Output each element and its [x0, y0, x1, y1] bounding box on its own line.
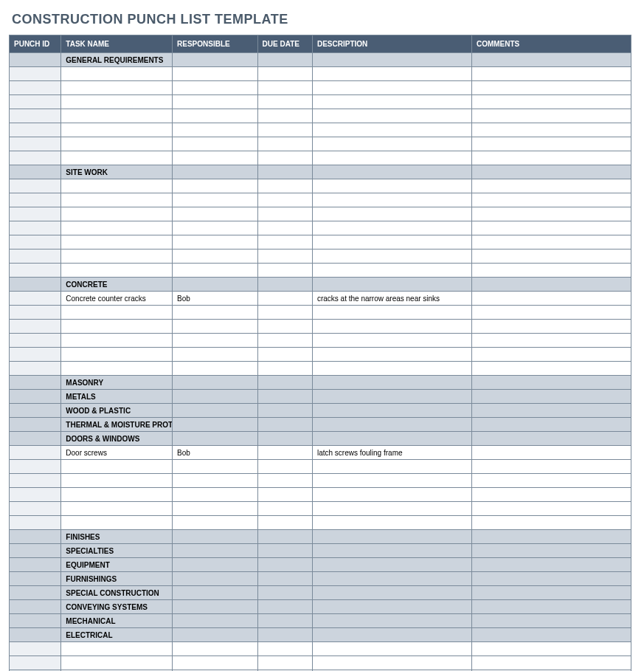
cell-task[interactable] [61, 334, 173, 348]
cell-resp[interactable] [173, 221, 258, 235]
cell-task[interactable]: WOOD & PLASTIC [61, 404, 173, 418]
cell-desc[interactable] [312, 376, 471, 390]
cell-id[interactable] [10, 544, 61, 558]
cell-resp[interactable] [173, 151, 258, 165]
cell-due[interactable] [257, 642, 312, 656]
cell-desc[interactable] [312, 151, 471, 165]
cell-resp[interactable] [173, 404, 258, 418]
cell-task[interactable] [61, 460, 173, 474]
cell-due[interactable] [257, 81, 312, 95]
cell-comm[interactable] [471, 628, 631, 642]
cell-id[interactable] [10, 235, 61, 250]
cell-resp[interactable] [173, 81, 258, 95]
cell-comm[interactable] [471, 334, 631, 348]
cell-desc[interactable] [312, 109, 471, 123]
cell-due[interactable] [257, 334, 312, 348]
cell-task[interactable] [61, 193, 173, 207]
cell-id[interactable] [10, 376, 61, 390]
cell-id[interactable] [10, 306, 61, 320]
cell-due[interactable] [257, 544, 312, 558]
cell-task[interactable] [61, 81, 173, 95]
cell-task[interactable] [61, 516, 173, 530]
cell-id[interactable] [10, 432, 61, 446]
cell-due[interactable] [257, 558, 312, 572]
cell-task[interactable]: Door screws [61, 446, 173, 460]
cell-id[interactable] [10, 264, 61, 278]
cell-comm[interactable] [471, 390, 631, 404]
cell-task[interactable] [61, 502, 173, 516]
cell-resp[interactable] [173, 348, 258, 362]
cell-comm[interactable] [471, 432, 631, 446]
cell-task[interactable]: FINISHES [61, 530, 173, 544]
cell-comm[interactable] [471, 558, 631, 572]
cell-comm[interactable] [471, 642, 631, 656]
cell-comm[interactable] [471, 292, 631, 306]
cell-due[interactable] [257, 474, 312, 488]
cell-id[interactable] [10, 446, 61, 460]
cell-comm[interactable] [471, 572, 631, 586]
cell-task[interactable]: SPECIALTIES [61, 544, 173, 558]
cell-due[interactable] [257, 446, 312, 460]
cell-task[interactable] [61, 179, 173, 193]
cell-comm[interactable] [471, 278, 631, 292]
cell-desc[interactable] [312, 432, 471, 446]
cell-desc[interactable] [312, 334, 471, 348]
cell-due[interactable] [257, 250, 312, 264]
cell-due[interactable] [257, 614, 312, 628]
cell-task[interactable] [61, 207, 173, 221]
cell-desc[interactable] [312, 362, 471, 376]
cell-due[interactable] [257, 109, 312, 123]
cell-desc[interactable] [312, 179, 471, 193]
cell-comm[interactable] [471, 95, 631, 109]
cell-resp[interactable] [173, 516, 258, 530]
cell-resp[interactable]: Bob [173, 446, 258, 460]
cell-task[interactable]: METALS [61, 390, 173, 404]
cell-comm[interactable] [471, 656, 631, 670]
cell-id[interactable] [10, 516, 61, 530]
cell-due[interactable] [257, 460, 312, 474]
cell-id[interactable] [10, 656, 61, 670]
cell-id[interactable] [10, 123, 61, 137]
cell-task[interactable]: GENERAL REQUIREMENTS [61, 53, 173, 67]
cell-desc[interactable]: cracks at the narrow areas near sinks [312, 292, 471, 306]
cell-id[interactable] [10, 165, 61, 179]
cell-due[interactable] [257, 656, 312, 670]
cell-due[interactable] [257, 67, 312, 81]
cell-comm[interactable] [471, 460, 631, 474]
cell-desc[interactable]: latch screws fouling frame [312, 446, 471, 460]
cell-resp[interactable] [173, 53, 258, 67]
cell-desc[interactable] [312, 137, 471, 151]
cell-due[interactable] [257, 530, 312, 544]
cell-desc[interactable] [312, 81, 471, 95]
cell-desc[interactable] [312, 502, 471, 516]
cell-resp[interactable] [173, 502, 258, 516]
cell-task[interactable] [61, 95, 173, 109]
cell-due[interactable] [257, 376, 312, 390]
cell-task[interactable]: SPECIAL CONSTRUCTION [61, 586, 173, 600]
cell-due[interactable] [257, 137, 312, 151]
cell-comm[interactable] [471, 250, 631, 264]
cell-desc[interactable] [312, 306, 471, 320]
cell-resp[interactable] [173, 306, 258, 320]
cell-resp[interactable] [173, 165, 258, 179]
cell-id[interactable] [10, 362, 61, 376]
cell-comm[interactable] [471, 123, 631, 137]
cell-resp[interactable] [173, 193, 258, 207]
cell-id[interactable] [10, 137, 61, 151]
cell-comm[interactable] [471, 320, 631, 334]
cell-due[interactable] [257, 348, 312, 362]
cell-desc[interactable] [312, 123, 471, 137]
cell-due[interactable] [257, 207, 312, 221]
cell-id[interactable] [10, 67, 61, 81]
cell-desc[interactable] [312, 474, 471, 488]
cell-task[interactable]: CONCRETE [61, 278, 173, 292]
cell-comm[interactable] [471, 264, 631, 278]
cell-resp[interactable] [173, 628, 258, 642]
cell-task[interactable] [61, 235, 173, 250]
cell-desc[interactable] [312, 193, 471, 207]
cell-desc[interactable] [312, 418, 471, 432]
cell-id[interactable] [10, 530, 61, 544]
cell-due[interactable] [257, 95, 312, 109]
cell-comm[interactable] [471, 544, 631, 558]
cell-desc[interactable] [312, 278, 471, 292]
